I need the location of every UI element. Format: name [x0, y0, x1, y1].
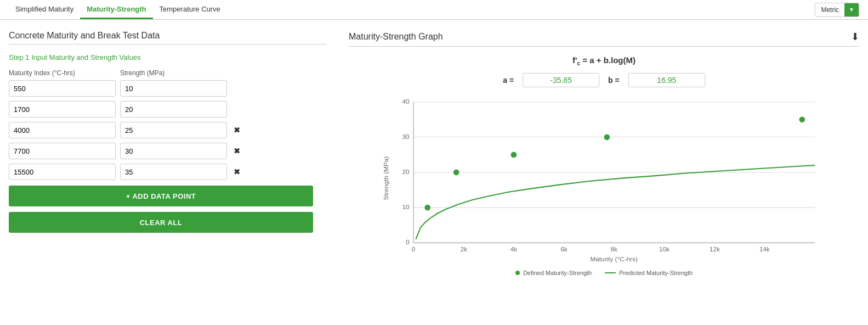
- params-row: a = -35.85 b = 16.95: [349, 73, 859, 87]
- data-row: [9, 101, 327, 117]
- remove-row-5-button[interactable]: ✖: [231, 167, 242, 176]
- legend-item-defined: Defined Maturity-Strength: [515, 270, 592, 276]
- legend-defined-label: Defined Maturity-Strength: [523, 270, 592, 276]
- svg-text:6k: 6k: [561, 245, 568, 253]
- step-label: Step 1 Input Maturity and Strength Value…: [9, 53, 327, 61]
- formula-display: f'c = a + b.log(M): [349, 55, 859, 66]
- svg-point-24: [511, 152, 517, 158]
- strength-input-2[interactable]: [120, 101, 227, 117]
- strength-input-4[interactable]: [120, 143, 227, 159]
- strength-input-3[interactable]: [120, 122, 227, 138]
- param-b-value: 16.95: [628, 73, 705, 87]
- svg-text:4k: 4k: [510, 245, 518, 253]
- data-row: ✖: [9, 143, 327, 159]
- metric-selector[interactable]: Metric ▼: [815, 3, 859, 17]
- svg-text:20: 20: [402, 168, 410, 175]
- clear-all-button[interactable]: CLEAR ALL: [9, 212, 313, 233]
- param-b-label: b =: [608, 76, 620, 85]
- legend-item-predicted: Predicted Maturity-Strength: [605, 270, 693, 276]
- strength-input-5[interactable]: [120, 164, 227, 180]
- legend-predicted-label: Predicted Maturity-Strength: [619, 270, 693, 276]
- remove-row-3-button[interactable]: ✖: [231, 126, 242, 135]
- maturity-input-4[interactable]: [9, 143, 116, 159]
- graph-title: Maturity-Strength Graph: [349, 32, 443, 42]
- legend-line-icon: [605, 272, 616, 273]
- svg-point-25: [604, 134, 610, 140]
- maturity-input-5[interactable]: [9, 164, 116, 180]
- svg-text:0: 0: [412, 245, 416, 253]
- data-rows-container: ✖ ✖ ✖: [9, 80, 327, 180]
- right-panel: Maturity-Strength Graph ⬇ f'c = a + b.lo…: [349, 31, 859, 276]
- svg-text:10: 10: [402, 203, 410, 210]
- svg-text:10k: 10k: [659, 245, 670, 253]
- chart-container: 0 10 20 30 40 0 2k 4k 6k 8k 10k 12k 14k …: [349, 96, 859, 266]
- maturity-col-header: Maturity Index (°C-hrs): [9, 69, 116, 77]
- svg-text:0: 0: [406, 238, 410, 245]
- column-headers: Maturity Index (°C-hrs) Strength (MPa): [9, 69, 327, 77]
- svg-text:14k: 14k: [759, 245, 770, 253]
- strength-col-header: Strength (MPa): [120, 69, 227, 77]
- strength-input-1[interactable]: [120, 80, 227, 97]
- chart-legend: Defined Maturity-Strength Predicted Matu…: [349, 270, 859, 276]
- remove-row-4-button[interactable]: ✖: [231, 147, 242, 155]
- maturity-input-2[interactable]: [9, 101, 116, 117]
- download-icon[interactable]: ⬇: [851, 31, 859, 43]
- svg-text:12k: 12k: [710, 245, 720, 253]
- tab-temperature-curve[interactable]: Temperature Curve: [153, 1, 227, 19]
- data-row: [9, 80, 327, 97]
- tab-maturity-strength[interactable]: Maturity-Strength: [80, 1, 152, 19]
- svg-text:Maturity (°C-hrs): Maturity (°C-hrs): [591, 255, 638, 262]
- graph-header: Maturity-Strength Graph ⬇: [349, 31, 859, 43]
- svg-text:Strength (MPa): Strength (MPa): [382, 156, 389, 200]
- section-divider: [9, 44, 327, 44]
- svg-text:8k: 8k: [610, 245, 617, 253]
- metric-dropdown-arrow[interactable]: ▼: [844, 3, 859, 16]
- svg-text:40: 40: [402, 98, 410, 105]
- tab-simplified-maturity[interactable]: Simplified Maturity: [9, 1, 80, 19]
- data-row: ✖: [9, 164, 327, 180]
- add-data-point-button[interactable]: + ADD DATA POINT: [9, 186, 313, 206]
- metric-label: Metric: [815, 3, 844, 16]
- left-panel: Concrete Maturity and Break Test Data St…: [9, 31, 327, 276]
- maturity-strength-chart: 0 10 20 30 40 0 2k 4k 6k 8k 10k 12k 14k …: [349, 96, 859, 266]
- svg-text:30: 30: [402, 133, 410, 140]
- maturity-input-3[interactable]: [9, 122, 116, 138]
- svg-point-26: [799, 116, 805, 122]
- top-nav: Simplified Maturity Maturity-Strength Te…: [0, 0, 868, 20]
- param-a-value: -35.85: [523, 73, 599, 87]
- data-row: ✖: [9, 122, 327, 138]
- maturity-input-1[interactable]: [9, 80, 116, 97]
- graph-divider: [349, 46, 859, 47]
- svg-point-22: [424, 205, 430, 211]
- legend-dot-icon: [515, 271, 520, 275]
- svg-point-23: [453, 170, 459, 176]
- section-title: Concrete Maturity and Break Test Data: [9, 31, 327, 41]
- svg-text:2k: 2k: [461, 245, 468, 253]
- main-content: Concrete Maturity and Break Test Data St…: [0, 20, 868, 287]
- param-a-label: a =: [503, 76, 514, 85]
